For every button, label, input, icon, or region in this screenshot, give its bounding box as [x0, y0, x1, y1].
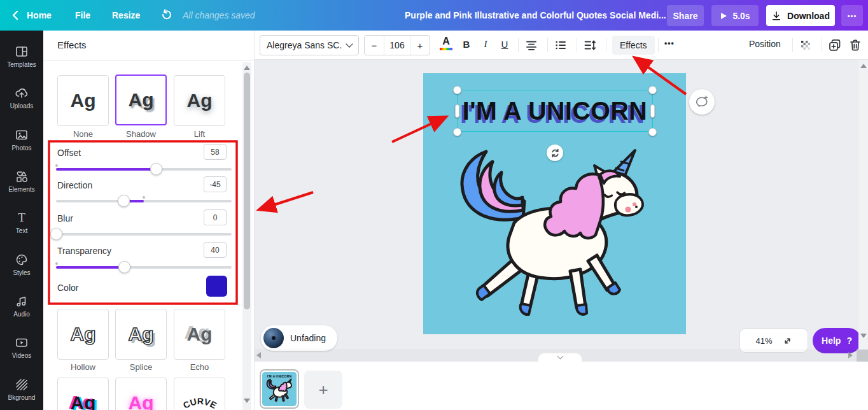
- scroll-up-icon[interactable]: [860, 64, 867, 68]
- back-chevron-icon[interactable]: [10, 10, 20, 24]
- undo-icon[interactable]: [159, 8, 173, 25]
- effect-card-hollow[interactable]: Ag: [57, 309, 109, 360]
- effect-card-glitch[interactable]: Ag: [57, 378, 109, 410]
- scroll-down-icon[interactable]: [244, 399, 250, 403]
- slider-label-blur: Blur: [57, 213, 73, 223]
- bold-button[interactable]: B: [459, 39, 473, 50]
- underline-button[interactable]: U: [498, 39, 512, 50]
- selection-handle-nw[interactable]: [453, 86, 461, 94]
- selection-handle-west[interactable]: [455, 104, 459, 118]
- text-align-button[interactable]: [524, 38, 538, 52]
- design-canvas[interactable]: I'M A UNICORN: [423, 73, 686, 334]
- sidebar-item-templates[interactable]: Templates: [0, 36, 43, 77]
- menu-file[interactable]: File: [75, 10, 90, 20]
- sidebar-item-background[interactable]: Bkground: [0, 369, 43, 410]
- direction-slider-handle[interactable]: [118, 195, 130, 207]
- elements-icon: [15, 169, 29, 183]
- effect-card-echo[interactable]: Ag: [174, 309, 225, 360]
- slider-label-offset: Offset: [57, 148, 81, 158]
- toolbar-more-button[interactable]: •••: [664, 39, 675, 48]
- sidebar-item-audio[interactable]: Audio: [0, 285, 43, 327]
- sidebar-item-elements[interactable]: Elements: [0, 160, 43, 202]
- unicorn-illustration[interactable]: [445, 146, 655, 332]
- rotate-handle[interactable]: [547, 145, 563, 161]
- comment-button[interactable]: [689, 89, 715, 115]
- page-thumbnail-preview: I'M A UNICORN: [262, 372, 297, 406]
- direction-value[interactable]: -45: [204, 176, 227, 192]
- blur-slider-track[interactable]: [56, 233, 232, 236]
- effect-card-shadow[interactable]: Ag: [115, 74, 167, 125]
- play-duration-button[interactable]: 5.0s: [711, 5, 759, 26]
- topbar: Home File Resize All changes saved Purpl…: [0, 0, 868, 31]
- effect-card-lift[interactable]: Ag: [174, 75, 225, 126]
- offset-slider-handle[interactable]: [150, 163, 162, 175]
- transparency-button[interactable]: [799, 38, 813, 52]
- blur-value[interactable]: 0: [204, 209, 227, 225]
- text-color-letter: A: [442, 36, 450, 46]
- sidebar-item-uploads[interactable]: Uploads: [0, 77, 43, 118]
- topbar-more-button[interactable]: •••: [841, 5, 863, 26]
- templates-icon: [15, 45, 29, 59]
- sidebar-label: Styles: [13, 269, 30, 276]
- shadow-color-swatch[interactable]: [206, 276, 227, 297]
- bullet-list-button[interactable]: [554, 38, 568, 52]
- scroll-down-icon[interactable]: [860, 334, 867, 338]
- user-badge[interactable]: Unfading: [261, 325, 337, 351]
- italic-button[interactable]: I: [479, 39, 493, 50]
- download-button[interactable]: Download: [766, 5, 835, 26]
- selection-handle-sw[interactable]: [453, 128, 461, 136]
- blur-slider-handle[interactable]: [50, 228, 62, 240]
- font-size-decrease-button[interactable]: −: [365, 36, 384, 55]
- effect-card-splice[interactable]: Ag: [115, 309, 167, 360]
- add-page-button[interactable]: +: [304, 371, 342, 409]
- text-color-button[interactable]: A: [438, 36, 454, 50]
- trash-icon: [848, 38, 862, 52]
- font-size-value[interactable]: 106: [384, 36, 410, 55]
- sidebar-item-photos[interactable]: Photos: [0, 119, 43, 160]
- fullscreen-icon[interactable]: [783, 336, 792, 346]
- scroll-left-icon[interactable]: [256, 352, 261, 358]
- effect-card-neon[interactable]: Ag: [115, 378, 167, 410]
- photos-icon: [15, 128, 29, 142]
- page-thumbnail-1[interactable]: I'M A UNICORN: [260, 369, 299, 409]
- transparency-value[interactable]: 40: [204, 242, 227, 258]
- document-title[interactable]: Purple and Pink Illustrative and Colorfu…: [405, 10, 666, 20]
- effect-sample: Ag: [187, 325, 213, 344]
- font-size-increase-button[interactable]: +: [410, 36, 430, 55]
- direction-slider-track[interactable]: [56, 200, 232, 202]
- app-window: Home File Resize All changes saved Purpl…: [0, 0, 868, 410]
- vertical-scrollbar[interactable]: [858, 60, 868, 362]
- selection-handle-east[interactable]: [650, 104, 655, 118]
- collapse-pages-tab[interactable]: [538, 353, 582, 362]
- delete-button[interactable]: [848, 38, 862, 52]
- pages-bar: I'M A UNICORN: [255, 362, 868, 410]
- line-spacing-button[interactable]: [583, 38, 597, 52]
- menu-home[interactable]: Home: [27, 10, 52, 20]
- font-family-select[interactable]: Alegreya Sans SC...: [260, 35, 359, 55]
- audio-icon: [15, 294, 29, 308]
- offset-value[interactable]: 58: [204, 144, 227, 160]
- user-name: Unfading: [290, 333, 326, 343]
- thumbnail-unicorn: [265, 378, 294, 405]
- panel-scrollbar-thumb[interactable]: [244, 73, 250, 309]
- effect-sample: Ag: [71, 325, 96, 344]
- scroll-right-icon[interactable]: [848, 352, 853, 358]
- share-button[interactable]: Share: [667, 5, 704, 26]
- transparency-slider-handle[interactable]: [118, 261, 130, 273]
- selection-handle-ne[interactable]: [648, 86, 657, 94]
- position-button[interactable]: Position: [749, 39, 781, 49]
- sidebar-item-videos[interactable]: Videos: [0, 327, 43, 368]
- scroll-up-icon[interactable]: [244, 66, 250, 70]
- effect-card-none[interactable]: Ag: [57, 75, 109, 126]
- sidebar-item-text[interactable]: T Text: [0, 202, 43, 243]
- text-selection-box: [457, 90, 653, 132]
- sidebar-label: Uploads: [10, 102, 34, 110]
- duplicate-button[interactable]: [828, 38, 842, 52]
- selection-handle-se[interactable]: [648, 128, 657, 136]
- chevron-down-icon: [346, 40, 353, 47]
- menu-resize[interactable]: Resize: [112, 10, 140, 20]
- effect-card-curve[interactable]: CURVE: [174, 378, 225, 410]
- svg-text:CURVE: CURVE: [181, 396, 218, 410]
- effects-button[interactable]: Effects: [612, 36, 655, 55]
- sidebar-item-styles[interactable]: Styles: [0, 244, 43, 285]
